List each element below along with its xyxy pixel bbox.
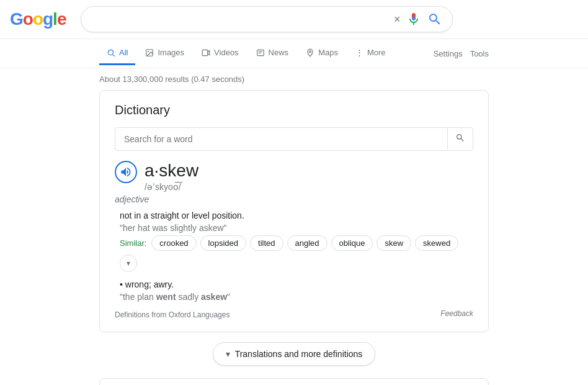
word-heading: a·skew [145,161,198,181]
word-search-input[interactable] [115,128,447,150]
tab-all-label: All [119,48,128,57]
mic-icon[interactable] [406,12,421,27]
images-tab-icon [145,48,154,57]
similar-expand-button[interactable]: ▾ [120,255,137,272]
similar-tag-angled[interactable]: angled [287,235,327,251]
similar-tag-skewed[interactable]: skewed [415,235,458,251]
nav-tabs: All Images Videos News Maps ⋮ More Setti… [0,39,588,68]
more-tab-dots: ⋮ [355,48,363,57]
similar-row: Similar: crooked lopsided tilted angled … [120,235,473,272]
tools-link[interactable]: Tools [470,49,489,58]
search-bar: askew × [81,6,453,32]
svg-point-0 [108,50,113,55]
result-count: About 13,300,000 results (0.47 seconds) [0,68,588,90]
definition-block: not in a straight or level position. "he… [120,211,473,302]
search-bar-container: askew × [81,6,453,32]
all-tab-icon [107,48,115,57]
word-pos: adjective [115,194,473,204]
dictionary-title: Dictionary [115,103,473,117]
news-tab-icon [256,48,265,57]
svg-point-3 [148,51,149,52]
translations-chevron-icon: ▾ [226,349,230,359]
speaker-icon [120,166,132,178]
word-search-button[interactable] [447,128,473,150]
similar-label: Similar: [120,238,146,248]
translations-label: Translations and more definitions [235,349,363,359]
oxford-footer: Definitions from Oxford Languages Feedba… [115,309,473,319]
tab-videos-label: Videos [214,48,239,57]
definition-example-2: "the plan went sadly askew" [120,292,473,302]
settings-tools: Settings Tools [434,49,489,58]
tab-images-label: Images [158,48,184,57]
tab-maps-label: Maps [318,48,338,57]
svg-rect-4 [202,50,208,55]
tab-maps[interactable]: Maps [298,42,345,65]
people-ask-card: People also ask [99,378,489,385]
chevron-down-icon: ▾ [127,259,130,268]
word-title-block: a·skew /əˈskyoo͞/ [145,161,198,192]
search-submit-icon[interactable] [427,12,442,27]
similar-tag-lopsided[interactable]: lopsided [200,235,246,251]
similar-tag-tilted[interactable]: tilted [250,235,283,251]
videos-tab-icon [202,48,210,57]
svg-point-8 [310,50,311,52]
tab-videos[interactable]: Videos [194,42,246,65]
dictionary-card: Dictionary a·skew /əˈskyoo͞/ adjective n… [99,90,489,332]
tab-more-label: More [367,48,386,57]
word-search-container [115,127,473,151]
definition-text-1: not in a straight or level position. [120,211,473,220]
translations-btn-container: ▾ Translations and more definitions [0,342,588,366]
search-icons: × [394,12,443,27]
clear-icon[interactable]: × [394,13,401,26]
settings-link[interactable]: Settings [434,49,463,58]
google-logo: Google [10,9,66,29]
tab-news-label: News [269,48,289,57]
tab-images[interactable]: Images [138,42,192,65]
oxford-credit: Definitions from Oxford Languages [115,310,229,319]
feedback-link[interactable]: Feedback [440,309,473,318]
tab-news[interactable]: News [249,42,296,65]
word-entry: a·skew /əˈskyoo͞/ [115,161,473,192]
speaker-button[interactable] [115,161,137,183]
search-input[interactable]: askew [91,14,393,25]
translations-button[interactable]: ▾ Translations and more definitions [213,342,376,366]
definition-example-1: "her hat was slightly askew" [120,223,473,233]
svg-line-1 [113,54,115,56]
definition-text-2: • wrong; awry. [120,279,473,289]
maps-tab-icon [306,48,314,57]
word-pronunciation: /əˈskyoo͞/ [145,182,198,192]
similar-tag-skew[interactable]: skew [376,235,411,251]
tab-more[interactable]: ⋮ More [348,42,393,65]
tab-all[interactable]: All [99,42,135,65]
similar-tag-crooked[interactable]: crooked [151,235,196,251]
header: Google askew × [0,0,588,39]
definition-item-2: • wrong; awry. "the plan went sadly aske… [120,279,473,302]
word-search-icon [455,133,465,143]
similar-tag-oblique[interactable]: oblique [331,235,373,251]
definition-item-1: not in a straight or level position. "he… [120,211,473,272]
